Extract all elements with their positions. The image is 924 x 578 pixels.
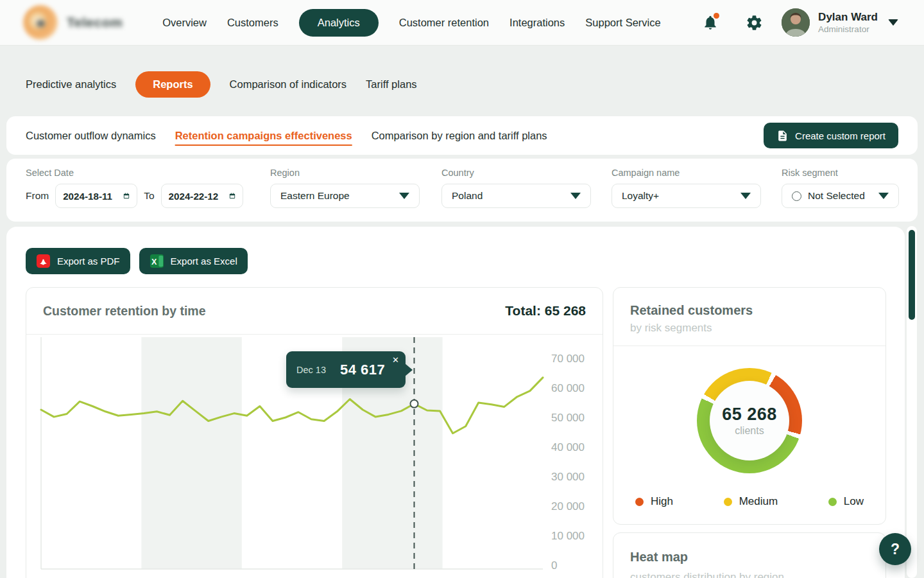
brand[interactable]: Telecom: [23, 5, 123, 40]
date-to-field[interactable]: [161, 184, 243, 208]
analytics-section-tabs: Predictive analytics Reports Comparison …: [26, 70, 417, 99]
create-custom-report-button[interactable]: Create custom report: [764, 123, 898, 148]
region-select[interactable]: Eastern Europe: [270, 184, 420, 208]
region-label: Region: [270, 168, 420, 178]
settings-button[interactable]: [743, 12, 765, 33]
avatar-image: [782, 8, 810, 37]
svg-text:30 000: 30 000: [551, 471, 585, 483]
tab-reports[interactable]: Reports: [135, 71, 210, 98]
heat-map-title: Heat map: [630, 550, 869, 565]
tab-predictive-analytics[interactable]: Predictive analytics: [26, 78, 116, 91]
legend-dot-medium: [724, 498, 732, 506]
heat-map-subtitle: customers distribution by region: [630, 571, 869, 578]
create-custom-report-label: Create custom report: [795, 130, 886, 141]
from-label: From: [26, 190, 49, 202]
nav-item-customer-retention[interactable]: Customer retention: [399, 17, 489, 29]
help-button[interactable]: ?: [879, 533, 911, 565]
country-value: Poland: [452, 190, 483, 202]
legend-item-medium: Medium: [724, 495, 778, 508]
legend-label-low: Low: [844, 495, 864, 508]
donut-legend: High Medium Low: [613, 491, 886, 508]
filter-country: Country Poland: [441, 168, 591, 208]
svg-text:10 000: 10 000: [551, 530, 585, 542]
donut-chart[interactable]: 65 268 clients: [613, 350, 886, 491]
tab-customer-outflow-dynamics[interactable]: Customer outflow dynamics: [26, 130, 156, 142]
filter-campaign: Campaign name Loyalty+: [612, 168, 761, 208]
filter-risk-segment: Risk segment Not Selected: [782, 168, 899, 208]
date-from-field[interactable]: [55, 184, 137, 208]
excel-icon: X: [150, 254, 164, 268]
to-label: To: [144, 190, 154, 202]
chevron-down-icon: [399, 193, 409, 199]
user-avatar[interactable]: [782, 8, 810, 37]
chart-tooltip: Dec 13 54 617 ✕: [286, 351, 406, 388]
header-actions: Dylan Ward Administrator: [699, 8, 898, 37]
tab-comparison-of-indicators[interactable]: Comparison of indicators: [230, 78, 347, 91]
tab-tariff-plans[interactable]: Tariff plans: [366, 78, 417, 91]
top-navbar: Telecom Overview Customers Analytics Cus…: [0, 0, 924, 46]
export-pdf-label: Export as PDF: [57, 256, 120, 267]
total-value: 65 268: [545, 303, 586, 318]
donut-center: 65 268 clients: [710, 381, 789, 460]
filter-date: Select Date From To: [26, 168, 243, 208]
document-icon: [776, 130, 789, 142]
risk-segment-select[interactable]: Not Selected: [782, 184, 899, 208]
total-label: Total:: [505, 303, 541, 318]
campaign-select[interactable]: Loyalty+: [612, 184, 761, 208]
line-chart[interactable]: 70 00060 00050 00040 00030 00020 00010 0…: [26, 335, 603, 578]
select-date-label: Select Date: [26, 168, 243, 178]
legend-item-low: Low: [828, 495, 864, 508]
notifications-button[interactable]: [699, 12, 721, 33]
pdf-icon: [36, 254, 51, 268]
date-to-input[interactable]: [169, 191, 225, 202]
legend-item-high: High: [635, 495, 673, 508]
report-tabs: Customer outflow dynamics Retention camp…: [26, 130, 547, 142]
campaign-value: Loyalty+: [622, 190, 659, 202]
svg-text:40 000: 40 000: [551, 441, 585, 453]
nav-item-customers[interactable]: Customers: [227, 17, 278, 29]
country-label: Country: [441, 168, 591, 178]
export-excel-label: Export as Excel: [171, 256, 237, 267]
export-pdf-button[interactable]: Export as PDF: [26, 248, 130, 274]
scrollbar-thumb[interactable]: [909, 230, 915, 320]
svg-text:20 000: 20 000: [551, 500, 585, 512]
legend-dot-high: [635, 498, 644, 506]
chevron-down-icon: [570, 193, 581, 199]
legend-label-high: High: [651, 495, 673, 508]
legend-label-medium: Medium: [739, 495, 778, 508]
chevron-down-icon: [740, 193, 751, 199]
customer-retention-chart-card: Customer retention by time Total: 65 268…: [26, 287, 603, 578]
heat-map-card: Heat map customers distribution by regio…: [613, 532, 886, 578]
report-content-card: Export as PDF X Export as Excel Customer…: [6, 227, 905, 578]
nav-item-overview[interactable]: Overview: [162, 17, 207, 29]
tab-retention-campaigns-effectiveness[interactable]: Retention campaigns effectiveness: [175, 130, 352, 142]
retained-subtitle: by risk segments: [630, 322, 869, 335]
export-excel-button[interactable]: X Export as Excel: [139, 248, 248, 274]
donut-center-label: clients: [735, 425, 764, 437]
calendar-icon[interactable]: [229, 190, 235, 202]
scrollbar-track[interactable]: [907, 226, 917, 578]
brand-logo-icon: [23, 5, 58, 40]
tooltip-date: Dec 13: [296, 365, 326, 375]
nav-item-analytics[interactable]: Analytics: [299, 9, 379, 37]
tab-comparison-by-region[interactable]: Comparison by region and tariff plans: [372, 130, 547, 142]
retained-card-header: Retained customers by risk segments: [613, 288, 886, 346]
calendar-icon[interactable]: [123, 190, 130, 202]
date-from-input[interactable]: [63, 191, 119, 202]
tooltip-close-icon[interactable]: ✕: [392, 355, 399, 365]
legend-dot-low: [828, 498, 837, 506]
svg-text:60 000: 60 000: [551, 382, 585, 394]
risk-segment-value: Not Selected: [808, 190, 865, 202]
svg-text:50 000: 50 000: [551, 412, 585, 424]
radio-icon: [792, 191, 801, 201]
chart-card-header: Customer retention by time Total: 65 268: [26, 288, 603, 335]
chevron-down-icon[interactable]: [888, 19, 898, 26]
filter-region: Region Eastern Europe: [270, 168, 420, 208]
country-select[interactable]: Poland: [441, 184, 591, 208]
nav-item-integrations[interactable]: Integrations: [509, 17, 565, 29]
user-menu[interactable]: Dylan Ward Administrator: [818, 11, 878, 33]
donut-center-value: 65 268: [722, 405, 777, 425]
nav-item-support-service[interactable]: Support Service: [585, 17, 660, 29]
chevron-down-icon: [878, 193, 889, 199]
report-tabs-card: Customer outflow dynamics Retention camp…: [6, 116, 918, 155]
